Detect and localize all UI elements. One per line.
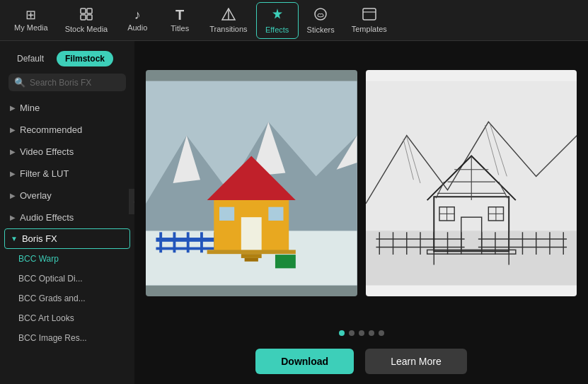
templates-icon xyxy=(362,8,376,23)
dot-1[interactable] xyxy=(339,330,345,336)
svg-rect-2 xyxy=(81,15,86,20)
nav-effects-label: Effects xyxy=(265,25,289,34)
svg-rect-0 xyxy=(81,8,86,13)
chevron-right-icon: ▶ xyxy=(10,170,16,178)
preview-sketch-photo xyxy=(366,70,577,296)
chevron-down-icon: ▼ xyxy=(11,235,18,243)
learn-more-button[interactable]: Learn More xyxy=(365,349,467,374)
dot-3[interactable] xyxy=(359,330,364,336)
sidebar: Default Filmstock 🔍 ▶ Mine ▶ Recommended… xyxy=(0,41,134,384)
sidebar-item-boris-fx[interactable]: ▼ Boris FX xyxy=(4,228,130,249)
nav-stock-media-label: Stock Media xyxy=(65,25,108,33)
svg-rect-28 xyxy=(268,206,283,220)
svg-rect-27 xyxy=(219,206,234,220)
sidebar-item-mine[interactable]: ▶ Mine xyxy=(0,97,134,119)
chevron-right-icon: ▶ xyxy=(10,104,16,112)
content-area: Default Filmstock 🔍 ▶ Mine ▶ Recommended… xyxy=(0,41,588,384)
svg-rect-32 xyxy=(275,255,296,268)
main-content: Download Learn More xyxy=(134,41,588,384)
svg-rect-3 xyxy=(87,15,92,20)
sidebar-item-overlay[interactable]: ▶ Overlay xyxy=(0,185,134,206)
nav-my-media-label: My Media xyxy=(14,23,48,32)
stickers-icon xyxy=(313,7,328,23)
preview-area xyxy=(134,41,588,325)
nav-audio-label: Audio xyxy=(127,23,147,32)
nav-transitions[interactable]: Transitions xyxy=(201,4,255,37)
dot-2[interactable] xyxy=(349,330,354,336)
nav-titles[interactable]: T Titles xyxy=(158,4,201,37)
svg-rect-31 xyxy=(245,257,258,261)
sidebar-item-label: Mine xyxy=(20,103,40,113)
top-nav: ⊞ My Media Stock Media ♪ Audio T Titles … xyxy=(0,0,588,41)
chevron-right-icon: ▶ xyxy=(10,148,16,156)
tab-filmstock[interactable]: Filmstock xyxy=(57,51,113,66)
chevron-right-icon: ▶ xyxy=(10,192,16,199)
nav-stock-media[interactable]: Stock Media xyxy=(57,4,117,37)
search-input[interactable] xyxy=(30,78,134,88)
nav-audio[interactable]: ♪ Audio xyxy=(116,4,158,36)
svg-rect-30 xyxy=(241,254,262,258)
effects-icon xyxy=(270,7,284,23)
sidebar-subitem-bcc-art[interactable]: BCC Art Looks xyxy=(0,308,134,328)
sidebar-item-label: Video Effects xyxy=(20,146,74,157)
svg-rect-26 xyxy=(241,217,262,251)
nav-stickers[interactable]: Stickers xyxy=(299,3,343,38)
sidebar-item-label: Boris FX xyxy=(22,233,57,244)
sidebar-collapse-button[interactable]: ‹ xyxy=(129,189,134,214)
tab-default[interactable]: Default xyxy=(8,51,52,66)
dot-4[interactable] xyxy=(369,330,374,336)
bottom-actions: Download Learn More xyxy=(134,339,588,384)
dot-5[interactable] xyxy=(379,330,384,336)
svg-rect-20 xyxy=(200,232,203,252)
sidebar-item-label: Audio Effects xyxy=(20,212,74,223)
svg-rect-17 xyxy=(159,232,162,252)
svg-rect-1 xyxy=(87,8,92,13)
stock-media-icon xyxy=(80,8,93,23)
sidebar-item-video-effects[interactable]: ▶ Video Effects xyxy=(0,141,134,163)
download-button[interactable]: Download xyxy=(255,349,354,374)
sidebar-item-audio-effects[interactable]: ▶ Audio Effects xyxy=(0,206,134,228)
sidebar-item-label: Filter & LUT xyxy=(20,168,69,179)
transitions-icon xyxy=(221,8,236,23)
sidebar-item-filter-lut[interactable]: ▶ Filter & LUT xyxy=(0,163,134,185)
sidebar-item-recommended[interactable]: ▶ Recommended xyxy=(0,119,134,141)
chevron-right-icon: ▶ xyxy=(10,214,16,221)
nav-my-media[interactable]: ⊞ My Media xyxy=(6,4,57,36)
svg-rect-18 xyxy=(173,232,176,252)
nav-templates[interactable]: Templates xyxy=(343,4,396,37)
nav-effects[interactable]: Effects xyxy=(256,2,299,39)
chevron-right-icon: ▶ xyxy=(10,126,16,134)
titles-icon: T xyxy=(175,8,184,22)
sidebar-item-label: Overlay xyxy=(20,190,52,201)
search-icon: 🔍 xyxy=(14,77,25,88)
sidebar-subitem-bcc-warp[interactable]: BCC Warp xyxy=(0,249,134,269)
nav-titles-label: Titles xyxy=(171,24,189,33)
sidebar-subitem-bcc-grads[interactable]: BCC Grads and... xyxy=(0,289,134,308)
sidebar-subitem-bcc-optical[interactable]: BCC Optical Di... xyxy=(0,269,134,289)
nav-stickers-label: Stickers xyxy=(307,25,335,34)
nav-transitions-label: Transitions xyxy=(209,25,247,33)
sidebar-subitem-bcc-image[interactable]: BCC Image Res... xyxy=(0,328,134,348)
search-bar[interactable]: 🔍 xyxy=(8,74,126,91)
svg-rect-7 xyxy=(363,8,376,20)
my-media-icon: ⊞ xyxy=(25,8,36,21)
svg-rect-29 xyxy=(207,250,296,254)
preview-color-photo xyxy=(146,70,357,296)
svg-rect-19 xyxy=(187,232,190,252)
carousel-dots xyxy=(134,325,588,339)
nav-templates-label: Templates xyxy=(352,25,387,33)
sidebar-item-label: Recommended xyxy=(20,124,82,135)
audio-icon: ♪ xyxy=(134,8,141,21)
sidebar-tabs: Default Filmstock xyxy=(0,47,134,74)
